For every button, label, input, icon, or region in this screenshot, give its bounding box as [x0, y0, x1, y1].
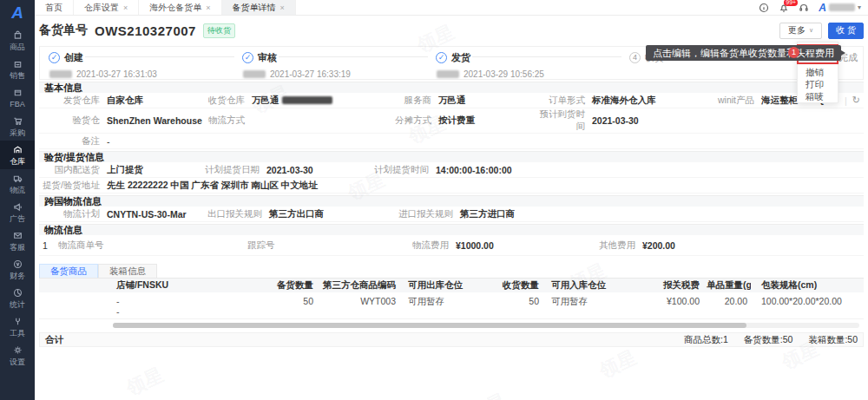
- cell-third-code: WYT003: [317, 296, 399, 306]
- user-avatar: A: [819, 2, 826, 14]
- tab-stock-products[interactable]: 备货商品: [39, 264, 98, 278]
- field-label: 预计到货时间: [538, 108, 592, 133]
- field-label: 进口报关规则: [395, 208, 460, 220]
- step-create: ✓ 创建 2021-03-27 16:31:03: [49, 51, 157, 79]
- username-blurred: [829, 3, 855, 11]
- total-boxes: 装箱数量:50: [808, 334, 858, 346]
- step-time: 2021-03-29 10:56:25: [464, 69, 544, 79]
- megaphone-icon: [13, 202, 23, 213]
- plan-pickup-time: 14:00:00-16:00:00: [436, 165, 512, 175]
- sidebar: A 商品 销售 FBA 采购 仓库 物流 广告: [0, 0, 35, 400]
- close-icon[interactable]: ×: [123, 3, 128, 12]
- refresh-icon[interactable]: ↻: [852, 95, 860, 106]
- col-recv-qty: 收货数量: [495, 279, 542, 292]
- close-icon[interactable]: ×: [206, 3, 210, 12]
- intl-logistics-row: 物流计划CNYTN-US-30-Mar 出口报关规则第三方出口商 进口报关规则第…: [39, 207, 864, 222]
- topbar-actions: 99+ A ▾: [759, 0, 868, 15]
- total-label: 合计: [45, 334, 63, 346]
- sidebar-item-fba[interactable]: FBA: [0, 83, 35, 112]
- more-button[interactable]: 更多 ∨: [779, 23, 822, 39]
- field-label: 计划提货日期: [204, 164, 266, 176]
- section-basic-info: 基本信息: [39, 82, 864, 93]
- tab-packing-info[interactable]: 装箱信息: [98, 264, 157, 278]
- sidebar-item-logistics[interactable]: 物流: [0, 169, 35, 198]
- basic-info-row-1: 发货仓库自家仓库 收货仓库万邑通 服务商万邑通 订单形式标准海外仓入库 wini…: [39, 93, 864, 108]
- order-number: OWS210327007: [95, 23, 196, 38]
- operator-name-blurred: [243, 70, 266, 78]
- sidebar-item-purchase[interactable]: 采购: [0, 112, 35, 141]
- wrench-icon: [13, 317, 23, 328]
- tab-overseas-stock-orders[interactable]: 海外仓备货单 ×: [139, 0, 221, 15]
- other-fee: ¥200.00: [642, 240, 675, 251]
- tab-stock-order-detail[interactable]: 备货单详情 ×: [222, 0, 296, 15]
- check-circle-icon: ✓: [436, 52, 447, 63]
- sidebar-item-tools[interactable]: 工具: [0, 312, 35, 341]
- plan-pickup-date: 2021-03-30: [266, 165, 313, 175]
- step-audit: ✓ 审核 2021-03-27 16:33:19: [242, 51, 351, 79]
- chevron-down-icon: ∨: [809, 27, 813, 34]
- check-circle-icon: ✓: [242, 52, 253, 63]
- tab-warehouse-settings[interactable]: 仓库设置 ×: [74, 0, 139, 15]
- info-icon[interactable]: [759, 3, 769, 13]
- field-label: 其他费用: [595, 239, 642, 252]
- notification-bell-icon[interactable]: 99+: [779, 3, 789, 13]
- pickup-address: 先生 22222222 中国 广东省 深圳市 南山区 中文地址: [107, 180, 318, 192]
- logistics-fee: ¥1000.00: [456, 240, 494, 251]
- step-time: 2021-03-27 16:31:03: [76, 69, 157, 79]
- export-rule: 第三方出口商: [269, 208, 324, 220]
- warehouse-icon: [13, 145, 23, 156]
- cell-out-pos: 可用暂存: [399, 296, 495, 308]
- table-header: 店铺/FNSKU 备货数量 第三方仓商品编码 可用出库仓位 收货数量 可用入库仓…: [39, 279, 864, 292]
- product-tabs: 备货商品 装箱信息: [39, 264, 864, 279]
- field-label: 物流费用: [395, 239, 456, 252]
- sidebar-item-finance[interactable]: 财务: [0, 255, 35, 284]
- sidebar-item-sales[interactable]: 销售: [0, 55, 35, 83]
- menu-item-print-label[interactable]: 打印箱唛: [798, 82, 838, 100]
- guide-tooltip: 点击编辑，编辑备货单收货数量和头程费用: [646, 45, 841, 61]
- cell-tax: ¥100.00: [651, 296, 703, 306]
- field-label: winit产品: [707, 95, 761, 107]
- user-menu[interactable]: A ▾: [819, 2, 861, 14]
- sidebar-item-service[interactable]: 客服: [0, 226, 35, 255]
- check-circle-icon: ✓: [49, 52, 60, 63]
- sales-icon: [13, 59, 23, 70]
- shipping-warehouse: 自家仓库: [107, 95, 143, 107]
- app-window: 领星 领星 领星 领星 领星 领星 领星 领星 领星 A 商品 销售 FBA 采…: [0, 0, 868, 400]
- receive-button[interactable]: 收 货: [828, 23, 864, 39]
- close-icon[interactable]: ×: [280, 3, 285, 12]
- domestic-delivery: 上门提货: [107, 164, 143, 176]
- remark: -: [107, 136, 110, 147]
- product-icon: [13, 30, 23, 42]
- pie-chart-icon: [13, 288, 23, 299]
- field-label: 物流计划: [39, 208, 107, 220]
- tab-home[interactable]: 首页: [35, 0, 74, 15]
- col-tax: 报关税费: [651, 279, 703, 292]
- eta-date: 2021-03-30: [592, 115, 639, 126]
- operator-name-blurred: [437, 70, 459, 78]
- redacted-text: [282, 96, 332, 104]
- inspection-warehouse: ShenZhen Warehouse: [107, 115, 202, 126]
- step-ship: ✓ 发货 2021-03-29 10:56:25: [436, 51, 544, 79]
- row-index: 1: [43, 240, 48, 251]
- sidebar-item-warehouse[interactable]: 仓库: [0, 141, 35, 169]
- logistics-plan: CNYTN-US-30-Mar: [107, 209, 187, 220]
- field-label: 分摊方式: [395, 115, 438, 127]
- pickup-row-2: 提货/验货地址先生 22222222 中国 广东省 深圳市 南山区 中文地址: [39, 178, 864, 193]
- sidebar-item-ads[interactable]: 广告: [0, 198, 35, 226]
- section-intl-logistics: 跨国物流信息: [39, 195, 864, 207]
- page-header: 备货单号 OWS210327007 待收货 更多 ∨ 收 货: [39, 17, 864, 43]
- table-hscroll: [39, 322, 864, 329]
- sidebar-item-products[interactable]: 商品: [0, 26, 35, 55]
- gear-icon: [13, 345, 23, 357]
- cart-icon: [13, 116, 23, 128]
- scrollbar-thumb[interactable]: [113, 323, 746, 328]
- sidebar-item-stats[interactable]: 统计: [0, 284, 35, 312]
- sidebar-item-settings[interactable]: 设置: [0, 341, 35, 370]
- headset-icon[interactable]: [799, 3, 809, 13]
- field-label: 发货仓库: [39, 95, 107, 107]
- basic-info-row-3: 备注-: [39, 134, 864, 149]
- app-logo[interactable]: A: [0, 0, 35, 26]
- field-label: 服务商: [395, 95, 438, 107]
- envelope-icon: [13, 231, 23, 242]
- field-label: 订单形式: [538, 95, 592, 107]
